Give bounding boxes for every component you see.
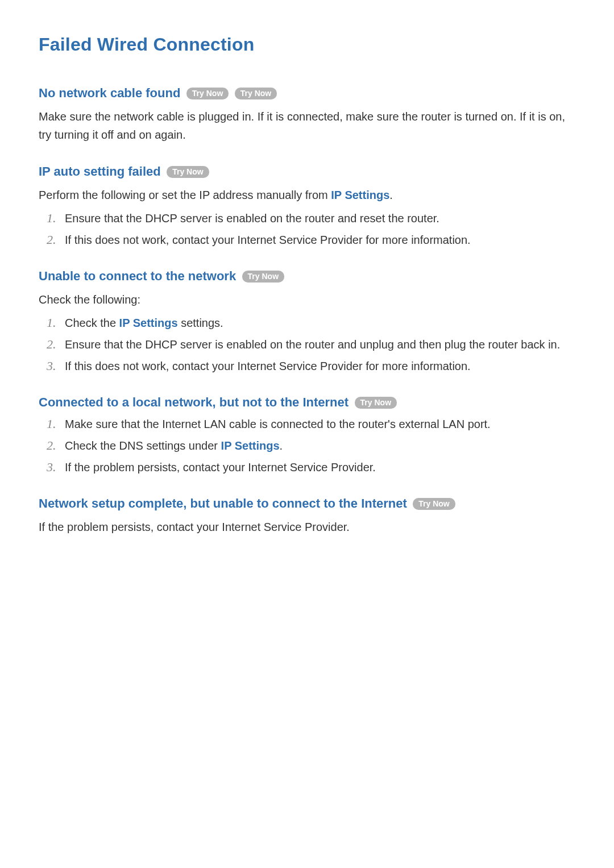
- list-text: If this does not work, contact your Inte…: [65, 234, 471, 246]
- section-heading-row: Unable to connect to the network Try Now: [39, 269, 575, 284]
- list-text: If this does not work, contact your Inte…: [65, 360, 471, 372]
- try-now-button[interactable]: Try Now: [186, 88, 229, 99]
- list-number-icon: 2.: [47, 231, 56, 248]
- text-fragment: .: [280, 439, 283, 452]
- text-fragment: Check the: [65, 317, 119, 329]
- section-body: If the problem persists, contact your In…: [39, 518, 575, 536]
- section-local-not-internet: Connected to a local network, but not to…: [39, 395, 575, 476]
- section-intro: Check the following:: [39, 290, 575, 309]
- try-now-button[interactable]: Try Now: [235, 88, 277, 99]
- list-item: 3. If this does not work, contact your I…: [47, 358, 575, 375]
- ordered-list: 1. Check the IP Settings settings. 2. En…: [47, 314, 575, 375]
- section-heading-row: Network setup complete, but unable to co…: [39, 496, 575, 511]
- ordered-list: 1. Ensure that the DHCP server is enable…: [47, 210, 575, 248]
- list-number-icon: 1.: [47, 314, 56, 331]
- section-title: Network setup complete, but unable to co…: [39, 496, 407, 510]
- list-text: Ensure that the DHCP server is enabled o…: [65, 212, 439, 225]
- list-text: Ensure that the DHCP server is enabled o…: [65, 338, 560, 351]
- section-title: IP auto setting failed: [39, 164, 161, 178]
- section-body: Make sure the network cable is plugged i…: [39, 107, 575, 144]
- section-intro: Perform the following or set the IP addr…: [39, 186, 575, 204]
- list-text: If the problem persists, contact your In…: [65, 461, 376, 474]
- text-fragment: Check the DNS settings under: [65, 439, 221, 452]
- list-number-icon: 3.: [47, 358, 56, 375]
- text-fragment: settings.: [178, 317, 223, 329]
- try-now-button[interactable]: Try Now: [355, 397, 397, 409]
- section-ip-auto-failed: IP auto setting failed Try Now Perform t…: [39, 164, 575, 248]
- list-number-icon: 2.: [47, 437, 56, 454]
- section-title: Connected to a local network, but not to…: [39, 395, 349, 409]
- ip-settings-link[interactable]: IP Settings: [119, 317, 178, 329]
- section-unable-connect: Unable to connect to the network Try Now…: [39, 269, 575, 375]
- ip-settings-link[interactable]: IP Settings: [221, 439, 280, 452]
- document-page: Failed Wired Connection No network cable…: [0, 0, 614, 591]
- list-item: 2. Ensure that the DHCP server is enable…: [47, 336, 575, 353]
- list-item: 3. If the problem persists, contact your…: [47, 459, 575, 476]
- page-title: Failed Wired Connection: [39, 34, 575, 55]
- ip-settings-link[interactable]: IP Settings: [331, 189, 389, 201]
- list-item: 2. If this does not work, contact your I…: [47, 231, 575, 248]
- list-text: Make sure that the Internet LAN cable is…: [65, 418, 491, 430]
- section-setup-complete: Network setup complete, but unable to co…: [39, 496, 575, 536]
- list-item: 2. Check the DNS settings under IP Setti…: [47, 437, 575, 454]
- list-item: 1. Check the IP Settings settings.: [47, 314, 575, 331]
- section-heading-row: Connected to a local network, but not to…: [39, 395, 575, 410]
- list-number-icon: 2.: [47, 336, 56, 353]
- list-number-icon: 3.: [47, 459, 56, 476]
- text-fragment: Perform the following or set the IP addr…: [39, 189, 331, 201]
- section-title: Unable to connect to the network: [39, 269, 236, 283]
- try-now-button[interactable]: Try Now: [242, 271, 284, 283]
- list-number-icon: 1.: [47, 210, 56, 227]
- list-item: 1. Make sure that the Internet LAN cable…: [47, 416, 575, 433]
- section-heading-row: No network cable found Try Now Try Now: [39, 86, 575, 101]
- ordered-list: 1. Make sure that the Internet LAN cable…: [47, 416, 575, 476]
- section-heading-row: IP auto setting failed Try Now: [39, 164, 575, 179]
- section-no-network-cable: No network cable found Try Now Try Now M…: [39, 86, 575, 144]
- try-now-button[interactable]: Try Now: [413, 498, 455, 510]
- section-title: No network cable found: [39, 86, 180, 100]
- text-fragment: .: [389, 189, 393, 201]
- list-item: 1. Ensure that the DHCP server is enable…: [47, 210, 575, 227]
- list-number-icon: 1.: [47, 416, 56, 433]
- try-now-button[interactable]: Try Now: [167, 166, 209, 178]
